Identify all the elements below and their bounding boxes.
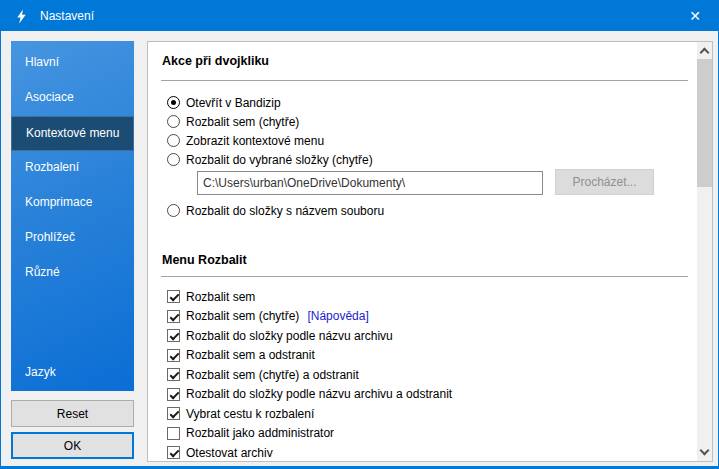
title-bar: Nastavení ✕ bbox=[1, 1, 718, 31]
scrollbar-thumb[interactable] bbox=[697, 59, 712, 187]
radio-option-4[interactable]: Rozbalit do složky s názvem souboru bbox=[167, 202, 384, 219]
ok-button[interactable]: OK bbox=[11, 432, 134, 459]
section-divider bbox=[161, 276, 688, 277]
checkbox-item-1[interactable]: Rozbalit sem (chytře)[Nápověda] bbox=[167, 308, 369, 325]
radio-icon[interactable] bbox=[167, 96, 180, 109]
checkbox-label: Rozbalit sem (chytře) a odstranit bbox=[186, 368, 359, 382]
settings-window: Nastavení ✕ HlavníAsociaceKontextové men… bbox=[0, 0, 719, 469]
scroll-up-button[interactable] bbox=[697, 42, 712, 59]
chevron-up-icon bbox=[700, 48, 710, 58]
checkbox-label: Rozbalit sem bbox=[186, 290, 255, 304]
radio-label: Rozbalit do složky s názvem souboru bbox=[186, 204, 384, 218]
checkbox-icon[interactable] bbox=[167, 388, 180, 401]
checkbox-icon[interactable] bbox=[167, 368, 180, 381]
checkbox-label: Rozbalit sem a odstranit bbox=[186, 348, 315, 362]
radio-label: Otevřít v Bandizip bbox=[186, 96, 281, 110]
checkbox-label: Rozbalit jako addministrator bbox=[186, 426, 334, 440]
sidebar-item-0[interactable]: Hlavní bbox=[11, 46, 134, 81]
napoveda-help-link[interactable]: [Nápověda] bbox=[307, 309, 368, 323]
checkbox-item-7[interactable]: Rozbalit jako addministrator bbox=[167, 425, 334, 442]
checkbox-item-2[interactable]: Rozbalit do složky podle názvu archivu bbox=[167, 327, 393, 344]
checkbox-item-3[interactable]: Rozbalit sem a odstranit bbox=[167, 347, 315, 364]
settings-content-panel: Akce při dvojkliku Otevřít v BandizipRoz… bbox=[147, 41, 713, 462]
sidebar-item-7[interactable]: Jazyk bbox=[11, 356, 134, 391]
checkbox-item-4[interactable]: Rozbalit sem (chytře) a odstranit bbox=[167, 366, 359, 383]
vertical-scrollbar[interactable] bbox=[697, 42, 712, 461]
checkbox-icon[interactable] bbox=[167, 290, 180, 303]
sidebar-nav: HlavníAsociaceKontextové menuRozbaleníKo… bbox=[11, 41, 134, 391]
checkbox-icon[interactable] bbox=[167, 349, 180, 362]
sidebar-item-3[interactable]: Rozbalení bbox=[11, 151, 134, 186]
radio-icon[interactable] bbox=[167, 134, 180, 147]
window-title: Nastavení bbox=[40, 9, 94, 23]
sidebar-item-1[interactable]: Asociace bbox=[11, 81, 134, 116]
section-divider bbox=[161, 80, 688, 81]
radio-icon[interactable] bbox=[167, 153, 180, 166]
browse-button[interactable]: Procházet... bbox=[555, 169, 654, 195]
checkbox-item-6[interactable]: Vybrat cestu k rozbalení bbox=[167, 405, 314, 422]
close-button[interactable]: ✕ bbox=[672, 1, 718, 31]
sidebar-item-6[interactable]: Různé bbox=[11, 256, 134, 291]
section-heading-extract-menu: Menu Rozbalit bbox=[162, 253, 247, 267]
checkbox-label: Vybrat cestu k rozbalení bbox=[186, 407, 314, 421]
radio-label: Rozbalit do vybrané složky (chytře) bbox=[186, 153, 373, 167]
radio-option-2[interactable]: Zobrazit kontextové menu bbox=[167, 132, 324, 149]
checkbox-item-8[interactable]: Otestovat archiv bbox=[167, 444, 273, 461]
checkbox-icon[interactable] bbox=[167, 446, 180, 459]
checkbox-label: Otestovat archiv bbox=[186, 446, 273, 460]
sidebar-item-4[interactable]: Komprimace bbox=[11, 186, 134, 221]
reset-button[interactable]: Reset bbox=[11, 400, 134, 427]
chevron-down-icon bbox=[700, 446, 710, 456]
checkbox-icon[interactable] bbox=[167, 329, 180, 342]
close-icon: ✕ bbox=[689, 8, 701, 24]
radio-option-1[interactable]: Rozbalit sem (chytře) bbox=[167, 113, 299, 130]
checkbox-label: Rozbalit do složky podle názvu archivu bbox=[186, 329, 393, 343]
radio-option-3[interactable]: Rozbalit do vybrané složky (chytře) bbox=[167, 151, 373, 168]
checkbox-icon[interactable] bbox=[167, 407, 180, 420]
checkbox-item-5[interactable]: Rozbalit do složky podle názvu archivu a… bbox=[167, 386, 452, 403]
section-heading-double-click: Akce při dvojkliku bbox=[162, 54, 269, 68]
radio-label: Zobrazit kontextové menu bbox=[186, 134, 324, 148]
sidebar-item-2[interactable]: Kontextové menu bbox=[11, 116, 134, 151]
radio-icon[interactable] bbox=[167, 204, 180, 217]
checkbox-icon[interactable] bbox=[167, 310, 180, 323]
checkbox-label: Rozbalit sem (chytře) bbox=[186, 309, 299, 323]
scroll-down-button[interactable] bbox=[697, 444, 712, 461]
radio-icon[interactable] bbox=[167, 115, 180, 128]
checkbox-icon[interactable] bbox=[167, 427, 180, 440]
extract-folder-path-input[interactable] bbox=[197, 171, 543, 195]
checkbox-item-0[interactable]: Rozbalit sem bbox=[167, 288, 255, 305]
bandizip-logo-icon bbox=[14, 9, 29, 24]
checkbox-label: Rozbalit do složky podle názvu archivu a… bbox=[186, 387, 452, 401]
radio-option-0[interactable]: Otevřít v Bandizip bbox=[167, 94, 281, 111]
radio-label: Rozbalit sem (chytře) bbox=[186, 115, 299, 129]
sidebar-item-5[interactable]: Prohlížeč bbox=[11, 221, 134, 256]
